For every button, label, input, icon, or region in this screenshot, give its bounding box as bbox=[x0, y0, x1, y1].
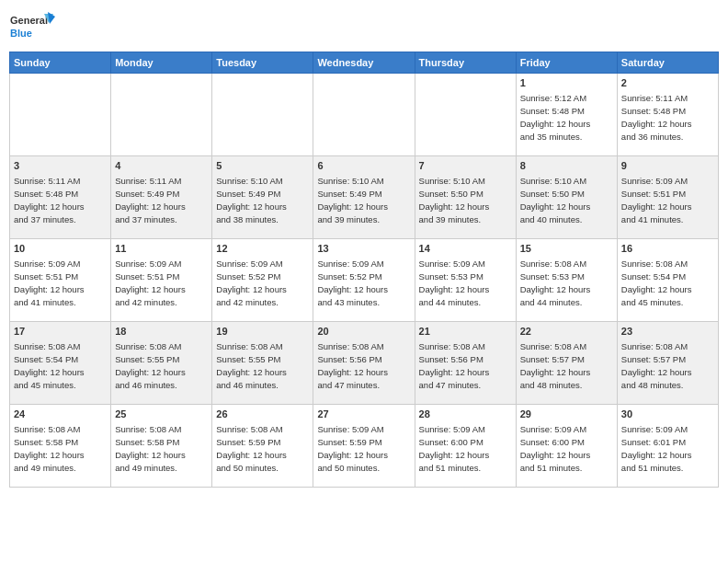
calendar-header-row: SundayMondayTuesdayWednesdayThursdayFrid… bbox=[10, 52, 719, 74]
day-info: Sunrise: 5:09 AMSunset: 5:52 PMDaylight:… bbox=[317, 258, 410, 308]
calendar-cell: 11Sunrise: 5:09 AMSunset: 5:51 PMDayligh… bbox=[111, 239, 212, 322]
day-number: 13 bbox=[317, 242, 410, 256]
calendar-cell bbox=[415, 74, 516, 156]
day-number: 6 bbox=[317, 159, 410, 173]
calendar-week-row: 24Sunrise: 5:08 AMSunset: 5:58 PMDayligh… bbox=[10, 405, 719, 488]
calendar-cell: 23Sunrise: 5:08 AMSunset: 5:57 PMDayligh… bbox=[617, 322, 718, 405]
day-number: 2 bbox=[621, 76, 714, 90]
logo-svg: General Blue bbox=[9, 9, 55, 46]
calendar-cell bbox=[111, 74, 212, 156]
day-number: 10 bbox=[14, 242, 107, 256]
day-info: Sunrise: 5:08 AMSunset: 5:55 PMDaylight:… bbox=[115, 340, 208, 391]
calendar-cell: 21Sunrise: 5:08 AMSunset: 5:56 PMDayligh… bbox=[415, 322, 516, 405]
day-info: Sunrise: 5:09 AMSunset: 5:51 PMDaylight:… bbox=[115, 258, 208, 308]
calendar-cell: 29Sunrise: 5:09 AMSunset: 6:00 PMDayligh… bbox=[516, 405, 617, 488]
calendar-cell: 19Sunrise: 5:08 AMSunset: 5:55 PMDayligh… bbox=[212, 322, 313, 405]
calendar-cell: 2Sunrise: 5:11 AMSunset: 5:48 PMDaylight… bbox=[617, 74, 718, 156]
calendar-week-row: 3Sunrise: 5:11 AMSunset: 5:48 PMDaylight… bbox=[10, 156, 719, 239]
weekday-header: Tuesday bbox=[212, 52, 313, 74]
calendar-cell: 3Sunrise: 5:11 AMSunset: 5:48 PMDaylight… bbox=[10, 156, 111, 239]
day-info: Sunrise: 5:09 AMSunset: 6:01 PMDaylight:… bbox=[621, 423, 714, 474]
calendar-cell: 13Sunrise: 5:09 AMSunset: 5:52 PMDayligh… bbox=[313, 239, 415, 322]
calendar-cell: 28Sunrise: 5:09 AMSunset: 6:00 PMDayligh… bbox=[415, 405, 516, 488]
day-info: Sunrise: 5:08 AMSunset: 5:56 PMDaylight:… bbox=[419, 340, 512, 391]
day-number: 23 bbox=[621, 325, 714, 339]
day-number: 11 bbox=[115, 242, 208, 256]
day-number: 5 bbox=[216, 159, 309, 173]
day-number: 24 bbox=[14, 408, 107, 421]
day-info: Sunrise: 5:10 AMSunset: 5:49 PMDaylight:… bbox=[216, 175, 309, 225]
day-info: Sunrise: 5:09 AMSunset: 6:00 PMDaylight:… bbox=[419, 423, 512, 474]
calendar-cell: 14Sunrise: 5:09 AMSunset: 5:53 PMDayligh… bbox=[415, 239, 516, 322]
calendar-cell: 22Sunrise: 5:08 AMSunset: 5:57 PMDayligh… bbox=[516, 322, 617, 405]
day-info: Sunrise: 5:10 AMSunset: 5:50 PMDaylight:… bbox=[419, 175, 512, 225]
day-number: 8 bbox=[520, 159, 613, 173]
calendar-cell: 15Sunrise: 5:08 AMSunset: 5:53 PMDayligh… bbox=[516, 239, 617, 322]
calendar-cell: 30Sunrise: 5:09 AMSunset: 6:01 PMDayligh… bbox=[617, 405, 718, 488]
weekday-header: Wednesday bbox=[313, 52, 415, 74]
calendar-cell: 26Sunrise: 5:08 AMSunset: 5:59 PMDayligh… bbox=[212, 405, 313, 488]
day-number: 25 bbox=[115, 408, 208, 421]
day-info: Sunrise: 5:08 AMSunset: 5:57 PMDaylight:… bbox=[621, 340, 714, 391]
day-info: Sunrise: 5:08 AMSunset: 5:56 PMDaylight:… bbox=[317, 340, 410, 391]
day-number: 22 bbox=[520, 325, 613, 339]
day-number: 3 bbox=[14, 159, 107, 173]
day-info: Sunrise: 5:11 AMSunset: 5:49 PMDaylight:… bbox=[115, 175, 208, 225]
day-number: 9 bbox=[621, 159, 714, 173]
weekday-header: Saturday bbox=[617, 52, 718, 74]
day-info: Sunrise: 5:08 AMSunset: 5:59 PMDaylight:… bbox=[216, 423, 309, 474]
calendar-week-row: 1Sunrise: 5:12 AMSunset: 5:48 PMDaylight… bbox=[10, 74, 719, 156]
day-info: Sunrise: 5:09 AMSunset: 6:00 PMDaylight:… bbox=[520, 423, 613, 474]
day-number: 4 bbox=[115, 159, 208, 173]
weekday-header: Friday bbox=[516, 52, 617, 74]
calendar-cell: 24Sunrise: 5:08 AMSunset: 5:58 PMDayligh… bbox=[10, 405, 111, 488]
day-info: Sunrise: 5:12 AMSunset: 5:48 PMDaylight:… bbox=[520, 92, 613, 143]
weekday-header: Thursday bbox=[415, 52, 516, 74]
calendar-cell bbox=[212, 74, 313, 156]
svg-text:General: General bbox=[10, 15, 48, 26]
calendar-cell: 17Sunrise: 5:08 AMSunset: 5:54 PMDayligh… bbox=[10, 322, 111, 405]
calendar-cell: 1Sunrise: 5:12 AMSunset: 5:48 PMDaylight… bbox=[516, 74, 617, 156]
day-number: 7 bbox=[419, 159, 512, 173]
day-info: Sunrise: 5:08 AMSunset: 5:54 PMDaylight:… bbox=[621, 258, 714, 308]
day-info: Sunrise: 5:09 AMSunset: 5:52 PMDaylight:… bbox=[216, 258, 309, 308]
calendar-cell: 9Sunrise: 5:09 AMSunset: 5:51 PMDaylight… bbox=[617, 156, 718, 239]
day-info: Sunrise: 5:08 AMSunset: 5:58 PMDaylight:… bbox=[14, 423, 107, 474]
day-info: Sunrise: 5:09 AMSunset: 5:51 PMDaylight:… bbox=[14, 258, 107, 308]
calendar-cell: 16Sunrise: 5:08 AMSunset: 5:54 PMDayligh… bbox=[617, 239, 718, 322]
day-number: 26 bbox=[216, 408, 309, 421]
day-number: 18 bbox=[115, 325, 208, 339]
calendar-cell bbox=[313, 74, 415, 156]
day-number: 19 bbox=[216, 325, 309, 339]
day-number: 29 bbox=[520, 408, 613, 421]
day-info: Sunrise: 5:10 AMSunset: 5:49 PMDaylight:… bbox=[317, 175, 410, 225]
day-info: Sunrise: 5:08 AMSunset: 5:58 PMDaylight:… bbox=[115, 423, 208, 474]
day-info: Sunrise: 5:09 AMSunset: 5:53 PMDaylight:… bbox=[419, 258, 512, 308]
calendar-week-row: 17Sunrise: 5:08 AMSunset: 5:54 PMDayligh… bbox=[10, 322, 719, 405]
day-number: 16 bbox=[621, 242, 714, 256]
calendar-cell: 10Sunrise: 5:09 AMSunset: 5:51 PMDayligh… bbox=[10, 239, 111, 322]
weekday-header: Monday bbox=[111, 52, 212, 74]
day-info: Sunrise: 5:09 AMSunset: 5:51 PMDaylight:… bbox=[621, 175, 714, 225]
calendar-cell: 18Sunrise: 5:08 AMSunset: 5:55 PMDayligh… bbox=[111, 322, 212, 405]
calendar-cell: 7Sunrise: 5:10 AMSunset: 5:50 PMDaylight… bbox=[415, 156, 516, 239]
calendar-cell: 12Sunrise: 5:09 AMSunset: 5:52 PMDayligh… bbox=[212, 239, 313, 322]
calendar-cell: 5Sunrise: 5:10 AMSunset: 5:49 PMDaylight… bbox=[212, 156, 313, 239]
calendar-cell: 6Sunrise: 5:10 AMSunset: 5:49 PMDaylight… bbox=[313, 156, 415, 239]
day-number: 28 bbox=[419, 408, 512, 421]
day-info: Sunrise: 5:11 AMSunset: 5:48 PMDaylight:… bbox=[14, 175, 107, 225]
day-info: Sunrise: 5:11 AMSunset: 5:48 PMDaylight:… bbox=[621, 92, 714, 143]
day-number: 17 bbox=[14, 325, 107, 339]
day-info: Sunrise: 5:08 AMSunset: 5:57 PMDaylight:… bbox=[520, 340, 613, 391]
day-info: Sunrise: 5:08 AMSunset: 5:53 PMDaylight:… bbox=[520, 258, 613, 308]
day-number: 1 bbox=[520, 76, 613, 90]
calendar-cell bbox=[10, 74, 111, 156]
calendar-table: SundayMondayTuesdayWednesdayThursdayFrid… bbox=[9, 52, 719, 488]
day-info: Sunrise: 5:10 AMSunset: 5:50 PMDaylight:… bbox=[520, 175, 613, 225]
day-info: Sunrise: 5:08 AMSunset: 5:55 PMDaylight:… bbox=[216, 340, 309, 391]
calendar-cell: 8Sunrise: 5:10 AMSunset: 5:50 PMDaylight… bbox=[516, 156, 617, 239]
calendar-week-row: 10Sunrise: 5:09 AMSunset: 5:51 PMDayligh… bbox=[10, 239, 719, 322]
calendar-cell: 27Sunrise: 5:09 AMSunset: 5:59 PMDayligh… bbox=[313, 405, 415, 488]
logo: General Blue bbox=[9, 9, 55, 46]
calendar-cell: 20Sunrise: 5:08 AMSunset: 5:56 PMDayligh… bbox=[313, 322, 415, 405]
